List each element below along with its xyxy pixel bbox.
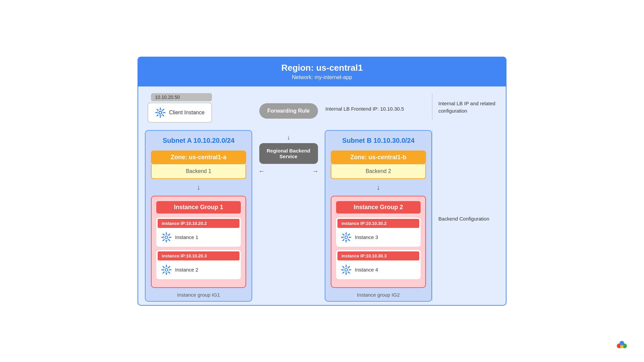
svg-line-53 xyxy=(343,272,344,273)
instance-4-row: Instance 4 xyxy=(336,262,421,279)
arrow-to-ig2: ↓ xyxy=(331,183,426,192)
svg-line-42 xyxy=(343,239,344,241)
subnets-row: Subnet A 10.10.20.0/24 Zone: us-central1… xyxy=(145,130,499,302)
instance-3-item: instance IP:10.10.30.2 xyxy=(336,218,421,247)
backend-config-label: Backend Configuration xyxy=(438,215,489,223)
page-container: Region: us-central1 Network: my-internet… xyxy=(0,0,644,362)
client-ip-badge: 10.10.20.50 xyxy=(151,93,212,101)
instance-2-gear-icon xyxy=(161,264,172,275)
svg-point-45 xyxy=(345,269,347,271)
regional-backend-service-box: Regional Backend Service xyxy=(259,143,318,164)
arrow-to-subnet-a: ← xyxy=(258,167,265,175)
instance-3-ip: instance IP:10.10.30.2 xyxy=(337,219,419,228)
instance-3-label: Instance 3 xyxy=(355,234,378,240)
svg-line-19 xyxy=(169,234,170,235)
middle-bottom: ↓ Regional Backend Service ← → xyxy=(255,130,322,175)
svg-line-39 xyxy=(343,234,344,235)
instance-1-ip: instance IP:10.10.20.2 xyxy=(158,219,239,228)
client-gear-icon xyxy=(155,107,166,118)
svg-line-6 xyxy=(157,109,158,110)
svg-point-23 xyxy=(165,269,167,271)
ig1-footer-label: Instance group IG1 xyxy=(151,292,246,298)
svg-line-7 xyxy=(163,115,164,116)
region-subtitle: Network: my-internet-app xyxy=(144,74,500,80)
instance-4-ip: instance IP:10.10.30.3 xyxy=(337,251,419,260)
instance-3-gear-icon xyxy=(341,232,352,243)
svg-point-12 xyxy=(165,236,167,238)
right-panel-bottom: Backend Configuration xyxy=(432,130,499,302)
instance-2-row: Instance 2 xyxy=(156,262,241,279)
client-label: Client Instance xyxy=(169,110,205,116)
svg-point-34 xyxy=(345,236,347,238)
instance-2-item: instance IP:10.10.20.3 xyxy=(156,250,241,279)
instance-1-item: instance IP:10.10.20.2 xyxy=(156,218,241,247)
client-box: Client Instance xyxy=(148,103,212,123)
region-header: Region: us-central1 Network: my-internet… xyxy=(138,57,506,86)
instance-4-label: Instance 4 xyxy=(355,267,378,273)
arrow-to-subnet-b: → xyxy=(312,167,319,175)
zone-b-box: Zone: us-central1-b Backend 2 xyxy=(331,150,426,179)
zone-b-label: Zone: us-central1-b xyxy=(331,150,426,164)
subnet-b-title: Subnet B 10.10.30.0/24 xyxy=(331,137,426,144)
svg-point-58 xyxy=(620,345,624,348)
gcloud-logo-svg xyxy=(613,337,631,351)
subnet-b-top-area: Internal LB Frontend IP: 10.10.30.5 xyxy=(322,93,432,112)
instance-group-2: Instance Group 2 instance IP:10.10.30.2 xyxy=(331,196,426,288)
instance-3-row: Instance 3 xyxy=(336,229,421,247)
ig2-footer-label: Instance group IG2 xyxy=(331,292,426,298)
svg-line-51 xyxy=(348,272,350,273)
subnet-a-top: 10.10.20.50 xyxy=(145,93,255,125)
internal-lb-frontend-label: Internal LB Frontend IP: 10.10.30.5 xyxy=(325,106,404,112)
instance-1-gear-icon xyxy=(161,232,172,243)
svg-point-1 xyxy=(159,112,161,114)
rbs-arrows: ← → xyxy=(255,167,322,175)
arrow-fr-to-rbs: ↓ xyxy=(287,133,290,141)
subnet-a-box: Subnet A 10.10.20.0/24 Zone: us-central1… xyxy=(145,130,252,302)
svg-line-20 xyxy=(163,239,164,241)
subnet-a-title: Subnet A 10.10.20.0/24 xyxy=(151,137,246,144)
diagram-body: 10.10.20.50 xyxy=(138,86,506,306)
backend-2-label: Backend 2 xyxy=(331,164,426,179)
svg-line-17 xyxy=(163,234,164,235)
instance-1-label: Instance 1 xyxy=(175,234,198,240)
svg-line-31 xyxy=(163,272,164,273)
svg-line-30 xyxy=(169,266,170,267)
instance-4-gear-icon xyxy=(341,264,352,275)
instance-1-row: Instance 1 xyxy=(156,229,241,247)
instance-2-ip: instance IP:10.10.20.3 xyxy=(158,251,239,260)
ig2-title: Instance Group 2 xyxy=(336,201,421,214)
svg-line-18 xyxy=(169,239,170,241)
middle-top: Forwarding Rule xyxy=(255,93,322,119)
zone-a-label: Zone: us-central1-a xyxy=(151,150,246,164)
svg-line-28 xyxy=(163,266,164,267)
arrow-to-ig1: ↓ xyxy=(151,183,246,192)
zone-a-box: Zone: us-central1-a Backend 1 xyxy=(151,150,246,179)
internal-lb-config-label: Internal LB IP and related configuration xyxy=(438,101,495,114)
subnet-b-box: Subnet B 10.10.30.0/24 Zone: us-central1… xyxy=(325,130,432,302)
right-panel-top: Internal LB IP and related configuration xyxy=(432,93,499,120)
top-section: 10.10.20.50 xyxy=(145,93,499,125)
svg-line-29 xyxy=(169,272,170,273)
region-title: Region: us-central1 xyxy=(144,63,500,73)
ig1-title: Instance Group 1 xyxy=(156,201,241,214)
svg-line-9 xyxy=(157,115,158,116)
instance-4-item: instance IP:10.10.30.3 xyxy=(336,250,421,279)
instance-group-1: Instance Group 1 instance IP:10.10.20.2 xyxy=(151,196,246,288)
forwarding-rule-box: Forwarding Rule xyxy=(259,103,318,119)
full-diagram: Region: us-central1 Network: my-internet… xyxy=(138,57,506,306)
instance-2-label: Instance 2 xyxy=(175,267,198,273)
google-cloud-logo xyxy=(613,337,631,352)
svg-line-52 xyxy=(348,266,350,267)
svg-line-8 xyxy=(163,109,164,110)
backend-1-label: Backend 1 xyxy=(151,164,246,179)
svg-line-50 xyxy=(343,266,344,267)
svg-line-41 xyxy=(348,234,350,235)
svg-line-40 xyxy=(348,239,350,241)
